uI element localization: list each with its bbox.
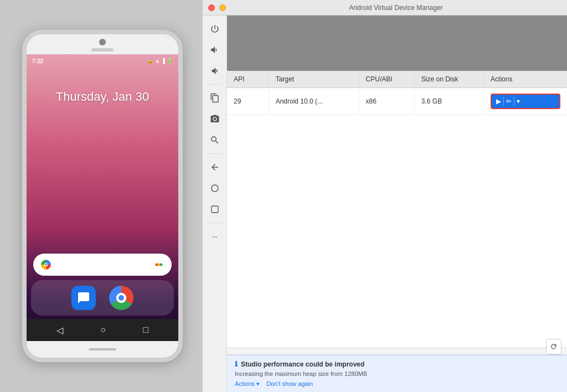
bottom-status-area: ℹ Studio performance could be improved I… — [227, 348, 567, 392]
google-search-bar[interactable]: G — [33, 254, 172, 276]
home-nav-button[interactable]: ○ — [100, 325, 106, 335]
google-logo: G — [41, 260, 51, 270]
notification-title: ℹ Studio performance could be improved — [235, 360, 559, 368]
avd-table: API Target CPU/ABI Size on Disk Actions … — [227, 71, 567, 115]
notification-actions: Actions ▾ Don't show again — [235, 380, 559, 388]
screen-date: Thursday, Jan 30 — [27, 90, 178, 104]
bottom-dock: G — [27, 254, 178, 319]
cell-size: 3.6 GB — [414, 88, 483, 115]
col-header-actions: Actions — [484, 71, 567, 88]
more-button[interactable]: ··· — [205, 226, 225, 246]
cell-cpu: x86 — [359, 88, 414, 115]
screenshot-button[interactable] — [205, 109, 225, 129]
svg-point-3 — [213, 118, 216, 121]
phone-nav-bar: ◁ ○ □ — [27, 319, 178, 341]
dropdown-icon[interactable]: ▾ — [517, 97, 520, 105]
notification-dont-show-link[interactable]: Don't show again — [266, 380, 313, 388]
svg-rect-6 — [212, 206, 218, 213]
dock-apps — [31, 280, 174, 316]
action-divider-2 — [514, 97, 514, 106]
col-header-cpu: CPU/ABI — [359, 71, 414, 88]
toolbar-separator-1 — [207, 84, 223, 85]
status-time: 7:22 — [32, 58, 43, 64]
zoom-button[interactable] — [205, 130, 225, 150]
svg-point-2 — [160, 264, 163, 266]
back-nav-button[interactable]: ◁ — [56, 325, 63, 336]
actions-button-group[interactable]: ▶ ✏ ▾ — [491, 94, 560, 109]
status-bar: 7:22 🔒 ▲ ▐ 🔋 — [27, 54, 178, 68]
svg-marker-4 — [212, 164, 218, 171]
wifi-icon: ▲ — [155, 58, 160, 64]
window-titlebar: Android Virtual Device Manager — [203, 0, 567, 16]
screen-content: G — [27, 104, 178, 319]
notification-bar: ℹ Studio performance could be improved I… — [227, 355, 567, 392]
home-button[interactable] — [205, 178, 225, 198]
phone-speaker — [91, 48, 114, 51]
phone-screen: 7:22 🔒 ▲ ▐ 🔋 Thursday, Jan 30 G — [27, 54, 178, 341]
play-icon[interactable]: ▶ — [496, 97, 501, 105]
window-title: Android Virtual Device Manager — [230, 4, 561, 12]
col-header-api: API — [227, 71, 269, 88]
volume-down-button[interactable] — [205, 61, 225, 81]
avd-table-container: API Target CPU/ABI Size on Disk Actions … — [227, 71, 567, 348]
status-icons: 🔒 ▲ ▐ 🔋 — [147, 58, 173, 64]
home-indicator — [89, 348, 116, 350]
main-content: API Target CPU/ABI Size on Disk Actions … — [227, 16, 567, 392]
notification-actions-link[interactable]: Actions ▾ — [235, 380, 260, 388]
volume-up-button[interactable] — [205, 40, 225, 60]
recent-nav-button[interactable]: □ — [143, 325, 149, 335]
cell-target: Android 10.0 (... — [269, 88, 359, 115]
window-close-button[interactable] — [208, 4, 215, 11]
action-divider-1 — [503, 97, 504, 106]
square-button[interactable] — [205, 199, 225, 219]
cell-actions: ▶ ✏ ▾ — [484, 88, 567, 115]
status-toolbar — [227, 339, 567, 355]
window-body: ··· API Target CPU/ABI Size on Disk Acti… — [203, 16, 567, 392]
google-lens-icon — [154, 260, 164, 270]
battery-icon: 🔋 — [167, 58, 173, 64]
table-header-row: API Target CPU/ABI Size on Disk Actions — [227, 71, 567, 88]
avd-manager-window: Android Virtual Device Manager — [202, 0, 567, 392]
col-header-size: Size on Disk — [414, 71, 483, 88]
device-preview-area — [227, 16, 567, 71]
info-icon: ℹ — [235, 360, 238, 368]
svg-point-5 — [212, 185, 218, 192]
signal-icon: ▐ — [162, 58, 165, 64]
left-toolbar: ··· — [203, 16, 227, 392]
window-minimize-button[interactable] — [219, 4, 226, 11]
edit-icon[interactable]: ✏ — [506, 97, 512, 105]
rotate-button[interactable] — [205, 88, 225, 108]
table-row: 29 Android 10.0 (... x86 3.6 GB ▶ ✏ — [227, 88, 567, 115]
phone-top-bar — [27, 34, 178, 54]
notification-message: Increasing the maximum heap size from 12… — [235, 370, 559, 377]
refresh-button[interactable] — [546, 339, 561, 354]
toolbar-separator-3 — [207, 223, 223, 223]
messages-app-icon[interactable] — [71, 286, 96, 310]
phone-bottom-bar — [27, 341, 178, 358]
phone-camera — [99, 39, 106, 45]
lock-icon: 🔒 — [147, 58, 153, 64]
phone-mockup: 7:22 🔒 ▲ ▐ 🔋 Thursday, Jan 30 G — [22, 30, 183, 362]
toolbar-separator-2 — [207, 153, 223, 154]
chrome-app-icon[interactable] — [109, 286, 133, 310]
notification-title-text: Studio performance could be improved — [241, 360, 364, 368]
power-button[interactable] — [205, 19, 225, 39]
back-button[interactable] — [205, 157, 225, 177]
phone-container: 7:22 🔒 ▲ ▐ 🔋 Thursday, Jan 30 G — [0, 0, 205, 392]
cell-api: 29 — [227, 88, 269, 115]
col-header-target: Target — [269, 71, 359, 88]
